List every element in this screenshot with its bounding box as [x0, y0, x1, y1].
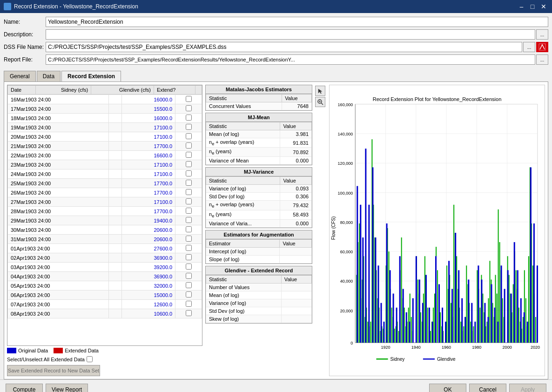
aug-col2: Value	[280, 239, 312, 247]
tab-bar: General Data Record Extension	[0, 71, 552, 81]
dss-browse-button[interactable]: ...	[523, 42, 535, 52]
svg-text:160,000: 160,000	[338, 102, 353, 107]
close-button[interactable]: ✕	[539, 2, 548, 11]
report-browse-button[interactable]: ...	[536, 54, 548, 65]
extend-checkbox[interactable]	[186, 236, 192, 242]
extend-checkbox[interactable]	[186, 264, 192, 270]
tab-general[interactable]: General	[4, 71, 36, 81]
extend-checkbox[interactable]	[186, 115, 192, 121]
apply-button[interactable]: Apply	[509, 384, 546, 392]
svg-rect-173	[396, 308, 397, 343]
table-row: 31Mar1903 24:0020600.0	[8, 235, 202, 244]
svg-text:1940: 1940	[411, 345, 421, 350]
extend-checkbox[interactable]	[186, 254, 192, 260]
extend-checkbox[interactable]	[186, 161, 192, 167]
svg-rect-172	[393, 294, 394, 343]
svg-rect-174	[399, 256, 401, 343]
dss-input[interactable]	[46, 42, 522, 52]
table-row: 16Mar1903 24:0016000.0	[8, 95, 202, 104]
extend-checkbox[interactable]	[186, 198, 192, 204]
svg-rect-171	[390, 270, 391, 343]
svg-rect-214	[530, 167, 532, 343]
svg-rect-68	[398, 331, 399, 343]
extend-checkbox[interactable]	[186, 310, 192, 316]
extend-checkbox[interactable]	[186, 180, 192, 186]
col-header-sidney: Sidney (cfs)	[36, 86, 91, 95]
name-input[interactable]	[46, 17, 548, 27]
compute-button[interactable]: Compute	[6, 384, 43, 392]
bottom-right-buttons: OK Cancel Apply	[429, 384, 546, 392]
svg-rect-183	[429, 308, 430, 343]
mj-estimators-section: Matalas-Jacobs Estimators Statistic Valu…	[205, 85, 312, 111]
chart-container: Record Extension Plot for Yellowstone_Re…	[329, 85, 545, 376]
concurrent-label: Concurrent Values	[206, 102, 282, 110]
extend-checkbox[interactable]	[186, 282, 192, 288]
svg-rect-159	[535, 317, 536, 343]
mj-mean-col2: Value	[280, 122, 312, 130]
svg-rect-106	[456, 256, 457, 343]
form-fields: Name: Description: ... DSS File Name: ..…	[0, 13, 552, 71]
svg-rect-176	[406, 312, 407, 343]
extend-checkbox[interactable]	[186, 217, 192, 223]
minimize-button[interactable]: ‒	[517, 2, 526, 11]
table-row: 28Mar1903 24:0017700.0	[8, 207, 202, 216]
save-extended-button[interactable]: Save Extended Record to New Data Set	[7, 365, 100, 376]
extend-checkbox[interactable]	[186, 208, 192, 214]
ext-col2: Value	[281, 275, 311, 283]
svg-rect-137	[502, 298, 503, 343]
select-tool-button[interactable]	[315, 86, 325, 96]
cancel-button[interactable]: Cancel	[469, 384, 506, 392]
extend-checkbox[interactable]	[186, 96, 192, 102]
extend-checkbox[interactable]	[186, 273, 192, 279]
svg-text:100,000: 100,000	[338, 191, 353, 196]
table-row: 19Mar1903 24:0017100.0	[8, 123, 202, 132]
extend-checkbox[interactable]	[186, 291, 192, 297]
table-row: 05Apr1903 24:0032000.0	[8, 281, 202, 291]
ok-button[interactable]: OK	[429, 384, 466, 392]
description-input[interactable]	[46, 29, 535, 40]
svg-rect-209	[514, 242, 515, 343]
svg-rect-164	[368, 205, 370, 343]
svg-text:80,000: 80,000	[340, 220, 353, 225]
extend-checkbox[interactable]	[186, 226, 192, 232]
zoom-tool-button[interactable]	[315, 97, 325, 107]
dss-row: DSS File Name: ...	[4, 42, 548, 52]
tab-data[interactable]: Data	[37, 71, 61, 81]
mj-variance-section: MJ-Variance Statistic Value Variance (of…	[205, 167, 312, 228]
extend-checkbox[interactable]	[186, 142, 192, 149]
svg-rect-75	[408, 308, 409, 343]
svg-rect-170	[386, 223, 388, 343]
description-browse-button[interactable]: ...	[536, 29, 548, 40]
view-report-button[interactable]: View Report	[46, 384, 88, 392]
dss-icon-button[interactable]	[536, 42, 548, 52]
svg-rect-147	[518, 308, 519, 343]
report-label: Report File:	[4, 56, 46, 63]
extend-checkbox[interactable]	[186, 301, 192, 307]
svg-rect-96	[440, 312, 441, 343]
extend-checkbox[interactable]	[186, 245, 192, 251]
mj-est-col1: Statistic	[206, 95, 282, 102]
svg-rect-80	[417, 279, 418, 343]
svg-text:0: 0	[350, 341, 353, 345]
tab-record-extension[interactable]: Record Extension	[61, 71, 121, 81]
mj-mean-table: Statistic Value Mean (of log)3.981 ne + …	[206, 122, 312, 165]
svg-rect-188	[445, 322, 446, 343]
extend-checkbox[interactable]	[186, 133, 192, 139]
svg-rect-201	[487, 317, 489, 343]
table-scroll[interactable]: 16Mar1903 24:0016000.017Mar1903 24:00155…	[7, 95, 202, 323]
extend-checkbox[interactable]	[186, 189, 192, 195]
extend-checkbox[interactable]	[186, 105, 192, 111]
svg-rect-189	[448, 261, 450, 343]
table-row: 21Mar1903 24:0017700.0	[8, 142, 202, 151]
report-input[interactable]	[46, 54, 535, 65]
svg-rect-194	[464, 317, 466, 343]
select-all-checkbox[interactable]	[87, 356, 93, 362]
svg-rect-94	[437, 270, 438, 343]
svg-rect-203	[494, 308, 496, 343]
extend-checkbox[interactable]	[186, 152, 192, 158]
maximize-button[interactable]: □	[528, 2, 537, 11]
extend-checkbox[interactable]	[186, 170, 192, 176]
svg-text:60,000: 60,000	[340, 250, 353, 254]
extended-swatch	[54, 348, 63, 353]
extend-checkbox[interactable]	[186, 124, 192, 130]
